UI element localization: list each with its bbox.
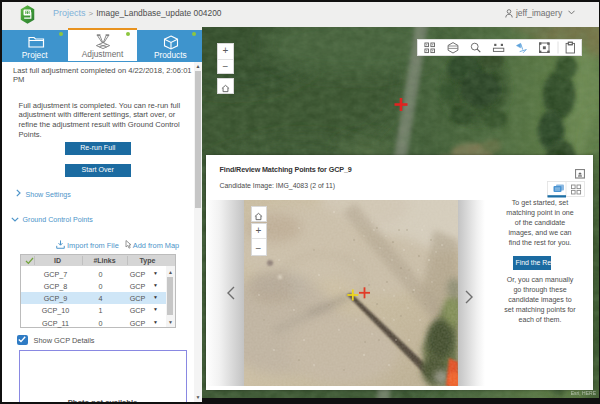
svg-text:Esri, HERE: Esri, HERE: [571, 390, 597, 396]
